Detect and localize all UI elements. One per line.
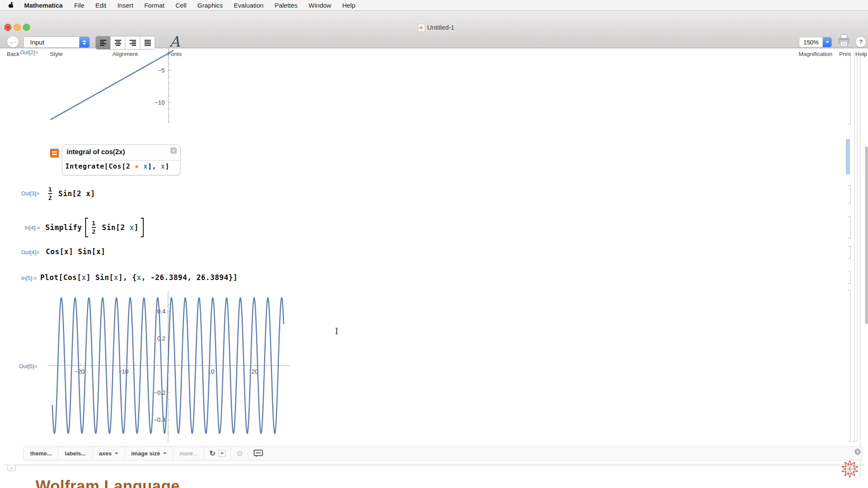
code-operator: ∗ [135,162,143,170]
cell-bracket-out3[interactable] [850,185,851,203]
menu-item-window[interactable]: Window [303,2,337,9]
code-symbol-x: x [82,273,86,282]
printer-icon [838,34,850,48]
input-expression-in4[interactable]: Simplify12 Sin[2 x] [45,217,145,238]
cell-label-out4: Out[4]= [21,249,39,255]
menu-item-evaluation[interactable]: Evaluation [228,2,269,9]
suggestion-button-axes[interactable]: axes [93,447,125,460]
close-suggestions-icon[interactable]: ✕ [854,449,861,455]
wolfram-alpha-interpreted-code[interactable]: Integrate[Cos[2 ∗ x], x] [65,162,170,170]
minimize-window-button[interactable] [14,24,21,31]
menu-item-edit[interactable]: Edit [90,2,112,9]
big-bracket [85,218,88,237]
predictive-suggestions-bar: theme...labels...axesimage sizemore... ↻… [23,446,862,460]
wolfram-language-heading: Wolfram Language [36,477,180,488]
expand-query-button[interactable]: + [170,147,177,154]
cell-group-bracket-outer[interactable] [854,53,855,441]
style-dropdown[interactable]: Input [23,36,90,48]
menu-item-graphics[interactable]: Graphics [192,2,228,9]
magnification-dropdown[interactable]: 150% [799,37,832,47]
align-right-icon [130,39,136,47]
code-text: , -26.3894, 26.3894}] [141,273,238,282]
zoom-window-button[interactable] [23,24,30,31]
code-symbol-x: x [143,162,147,170]
help-button[interactable]: ? [855,36,866,47]
back-button[interactable]: ←·· [7,36,19,48]
svg-text:−5: −5 [158,67,165,74]
gear-group: ⚙ [231,447,248,460]
fraction: 12 [48,186,52,201]
cell-bracket-out5[interactable] [850,290,851,441]
input-expression-in5[interactable]: Plot[Cos[x] Sin[x], {x, -26.3894, 26.389… [40,272,238,283]
menu-item-mathematica[interactable]: Mathematica [18,2,69,9]
suggestion-button-theme[interactable]: theme... [24,447,58,460]
cell-group-bracket-middle[interactable] [857,53,857,441]
redraw-group: ↻ [204,447,231,460]
code-text: ] Sin[ [86,273,114,282]
svg-text:−10: −10 [155,99,165,106]
insert-cell-line[interactable] [4,465,865,465]
macos-menu-bar: MathematicaFileEditInsertFormatCellGraph… [0,0,868,11]
window-title: Untitled-1 [427,24,454,31]
document-icon [418,24,425,32]
code-symbol-x: x [137,273,142,282]
align-center-icon [115,39,121,47]
suggestion-button-labels[interactable]: labels... [58,447,93,460]
code-symbol-x: x [114,273,118,282]
code-text: Plot[Cos[ [40,273,82,282]
close-window-button[interactable] [4,24,11,31]
vertical-scrollbar-thumb[interactable] [865,146,868,324]
code-symbol-x: x [161,162,165,170]
suggestion-button-more[interactable]: more... [173,447,204,460]
menu-item-file[interactable]: File [69,2,90,9]
back-label: Back [5,51,21,57]
plot-out2[interactable]: −5−10 [34,48,180,125]
code-text: Integrate[Cos[2 [65,162,135,170]
align-center-button[interactable] [111,36,125,49]
code-symbol-x: x [130,223,134,232]
output-expression-out4[interactable]: Cos[x] Sin[x] [46,246,106,257]
suggestion-buttons: theme...labels...axesimage sizemore... [24,447,204,460]
style-dropdown-stepper-icon[interactable] [79,37,89,47]
fonts-button[interactable]: A [167,33,182,50]
align-left-icon [100,39,106,47]
menu-item-help[interactable]: Help [337,2,361,9]
mathematica-spikey-icon [841,460,859,478]
suggestion-button-image-size[interactable]: image size [125,447,173,460]
menu-item-insert[interactable]: Insert [112,2,139,9]
comment-icon[interactable] [253,449,263,458]
align-right-button[interactable] [125,36,140,49]
chevron-down-icon [163,452,167,455]
mathematica-app-window: { "window": { "title": "Untitled-1" }, "… [0,0,868,488]
cell-group-bracket-inner[interactable] [860,53,860,477]
print-button[interactable] [838,34,850,48]
text-cursor-ibeam: I [335,326,338,336]
gear-icon[interactable]: ⚙ [236,449,243,458]
cell-label-in5: In[5]:= [21,275,37,281]
cell-bracket-in4[interactable] [850,216,851,238]
menu-item-format[interactable]: Format [139,2,170,9]
output-expression-out3[interactable]: 12 Sin[2 x] [47,184,95,203]
redraw-icon[interactable]: ↻ [209,449,215,458]
cell-bracket-out2[interactable] [850,53,851,124]
align-left-button[interactable] [96,36,111,49]
insert-cell-plus-button[interactable]: + [8,465,16,471]
cell-bracket-out4[interactable] [850,246,851,258]
code-text: ], { [118,273,136,282]
svg-text:−0.2: −0.2 [154,389,166,396]
plot-out5[interactable]: −20−101020−0.4−0.20.20.4 [34,288,299,446]
magnification-stepper-icon[interactable] [823,37,832,47]
cell-bracket-in5[interactable] [850,271,851,284]
redraw-dropdown-icon[interactable] [218,450,225,457]
style-dropdown-value: Input [24,39,79,46]
align-justify-button[interactable] [140,36,155,49]
apple-menu[interactable] [0,2,18,8]
cell-bracket-wolfram-alpha-selected[interactable] [846,139,850,175]
big-bracket [141,218,144,237]
chevron-down-icon [115,452,118,455]
wolfram-alpha-query-text[interactable]: integral of cos(2x) [67,148,125,156]
menu-item-cell[interactable]: Cell [170,2,192,9]
code-text: Cos[x] Sin[x] [46,247,106,256]
menu-item-palettes[interactable]: Palettes [269,2,303,9]
magnification-label: Magnification [796,51,835,57]
